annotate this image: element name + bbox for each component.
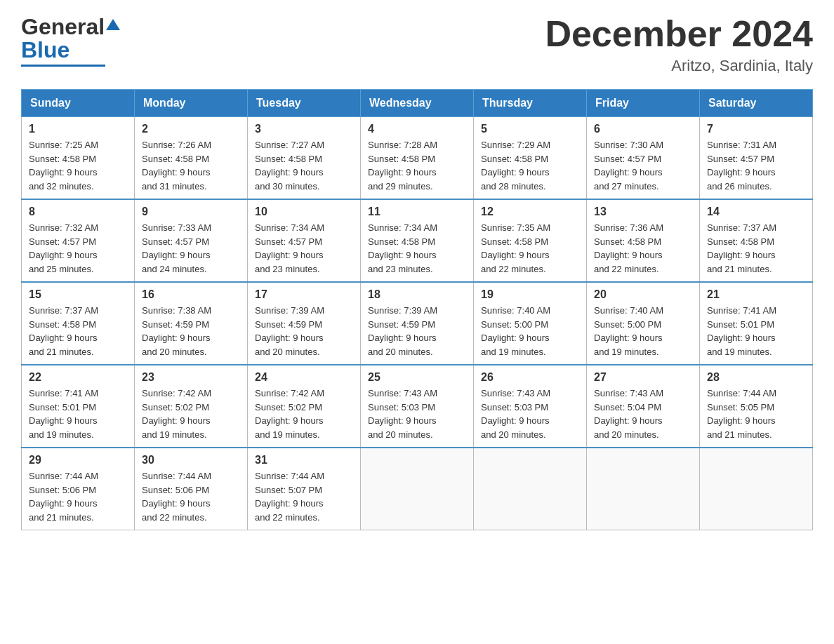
calendar-cell: 16Sunrise: 7:38 AMSunset: 4:59 PMDayligh…: [135, 282, 248, 365]
calendar-cell: 20Sunrise: 7:40 AMSunset: 5:00 PMDayligh…: [587, 282, 700, 365]
day-number: 3: [255, 123, 353, 135]
calendar-week-row: 22Sunrise: 7:41 AMSunset: 5:01 PMDayligh…: [22, 365, 813, 448]
day-info: Sunrise: 7:41 AMSunset: 5:01 PMDaylight:…: [707, 304, 805, 358]
calendar-cell: [361, 448, 474, 530]
day-info: Sunrise: 7:39 AMSunset: 4:59 PMDaylight:…: [368, 304, 466, 358]
calendar-cell: [587, 448, 700, 530]
calendar-cell: 14Sunrise: 7:37 AMSunset: 4:58 PMDayligh…: [700, 199, 813, 282]
calendar-cell: 30Sunrise: 7:44 AMSunset: 5:06 PMDayligh…: [135, 448, 248, 530]
calendar-cell: 6Sunrise: 7:30 AMSunset: 4:57 PMDaylight…: [587, 117, 700, 200]
day-number: 29: [29, 454, 127, 467]
day-info: Sunrise: 7:26 AMSunset: 4:58 PMDaylight:…: [142, 138, 240, 193]
day-info: Sunrise: 7:35 AMSunset: 4:58 PMDaylight:…: [481, 221, 579, 276]
calendar-cell: 26Sunrise: 7:43 AMSunset: 5:03 PMDayligh…: [474, 365, 587, 448]
calendar-cell: 11Sunrise: 7:34 AMSunset: 4:58 PMDayligh…: [361, 199, 474, 282]
calendar-header-friday: Friday: [587, 90, 700, 117]
calendar-cell: 1Sunrise: 7:25 AMSunset: 4:58 PMDaylight…: [22, 117, 135, 200]
calendar-cell: 18Sunrise: 7:39 AMSunset: 4:59 PMDayligh…: [361, 282, 474, 365]
day-number: 30: [142, 454, 240, 467]
day-number: 1: [29, 123, 127, 135]
day-info: Sunrise: 7:44 AMSunset: 5:06 PMDaylight:…: [29, 469, 127, 524]
day-info: Sunrise: 7:38 AMSunset: 4:59 PMDaylight:…: [142, 304, 240, 358]
day-number: 8: [29, 206, 127, 218]
calendar-cell: 7Sunrise: 7:31 AMSunset: 4:57 PMDaylight…: [700, 117, 813, 200]
calendar-header-wednesday: Wednesday: [361, 90, 474, 117]
logo-triangle-icon: [106, 19, 120, 30]
day-number: 23: [142, 371, 240, 384]
calendar-cell: [700, 448, 813, 530]
calendar-cell: 17Sunrise: 7:39 AMSunset: 4:59 PMDayligh…: [248, 282, 361, 365]
day-number: 4: [368, 123, 466, 135]
day-info: Sunrise: 7:42 AMSunset: 5:02 PMDaylight:…: [142, 387, 240, 441]
day-info: Sunrise: 7:28 AMSunset: 4:58 PMDaylight:…: [368, 138, 466, 193]
calendar-cell: 24Sunrise: 7:42 AMSunset: 5:02 PMDayligh…: [248, 365, 361, 448]
calendar-header-row: SundayMondayTuesdayWednesdayThursdayFrid…: [22, 90, 813, 117]
day-number: 26: [481, 371, 579, 384]
day-info: Sunrise: 7:31 AMSunset: 4:57 PMDaylight:…: [707, 138, 805, 193]
day-number: 9: [142, 206, 240, 218]
day-info: Sunrise: 7:37 AMSunset: 4:58 PMDaylight:…: [29, 304, 127, 358]
day-info: Sunrise: 7:40 AMSunset: 5:00 PMDaylight:…: [481, 304, 579, 358]
logo: General Blue: [21, 14, 120, 67]
calendar-cell: 25Sunrise: 7:43 AMSunset: 5:03 PMDayligh…: [361, 365, 474, 448]
day-info: Sunrise: 7:34 AMSunset: 4:57 PMDaylight:…: [255, 221, 353, 276]
day-number: 14: [707, 206, 805, 218]
calendar-header-thursday: Thursday: [474, 90, 587, 117]
day-info: Sunrise: 7:39 AMSunset: 4:59 PMDaylight:…: [255, 304, 353, 358]
day-number: 2: [142, 123, 240, 135]
calendar-cell: 12Sunrise: 7:35 AMSunset: 4:58 PMDayligh…: [474, 199, 587, 282]
calendar-cell: 10Sunrise: 7:34 AMSunset: 4:57 PMDayligh…: [248, 199, 361, 282]
calendar-cell: 2Sunrise: 7:26 AMSunset: 4:58 PMDaylight…: [135, 117, 248, 200]
day-number: 21: [707, 288, 805, 301]
day-number: 22: [29, 371, 127, 384]
calendar-cell: 31Sunrise: 7:44 AMSunset: 5:07 PMDayligh…: [248, 448, 361, 530]
day-number: 31: [255, 454, 353, 467]
calendar-cell: 15Sunrise: 7:37 AMSunset: 4:58 PMDayligh…: [22, 282, 135, 365]
day-number: 10: [255, 206, 353, 218]
calendar-header-tuesday: Tuesday: [248, 90, 361, 117]
calendar-cell: 23Sunrise: 7:42 AMSunset: 5:02 PMDayligh…: [135, 365, 248, 448]
day-number: 27: [594, 371, 692, 384]
title-block: December 2024 Aritzo, Sardinia, Italy: [545, 14, 813, 75]
calendar-cell: [474, 448, 587, 530]
day-info: Sunrise: 7:44 AMSunset: 5:06 PMDaylight:…: [142, 469, 240, 524]
day-number: 11: [368, 206, 466, 218]
day-info: Sunrise: 7:43 AMSunset: 5:04 PMDaylight:…: [594, 387, 692, 441]
calendar-header-sunday: Sunday: [22, 90, 135, 117]
day-info: Sunrise: 7:44 AMSunset: 5:07 PMDaylight:…: [255, 469, 353, 524]
day-number: 20: [594, 288, 692, 301]
calendar-cell: 5Sunrise: 7:29 AMSunset: 4:58 PMDaylight…: [474, 117, 587, 200]
day-info: Sunrise: 7:25 AMSunset: 4:58 PMDaylight:…: [29, 138, 127, 193]
logo-blue-text: Blue: [21, 37, 70, 63]
logo-underline: [21, 65, 105, 67]
calendar-cell: 4Sunrise: 7:28 AMSunset: 4:58 PMDaylight…: [361, 117, 474, 200]
calendar-week-row: 1Sunrise: 7:25 AMSunset: 4:58 PMDaylight…: [22, 117, 813, 200]
calendar-header-monday: Monday: [135, 90, 248, 117]
day-number: 16: [142, 288, 240, 301]
calendar-header-saturday: Saturday: [700, 90, 813, 117]
day-info: Sunrise: 7:30 AMSunset: 4:57 PMDaylight:…: [594, 138, 692, 193]
day-info: Sunrise: 7:43 AMSunset: 5:03 PMDaylight:…: [368, 387, 466, 441]
calendar-cell: 27Sunrise: 7:43 AMSunset: 5:04 PMDayligh…: [587, 365, 700, 448]
day-info: Sunrise: 7:41 AMSunset: 5:01 PMDaylight:…: [29, 387, 127, 441]
day-info: Sunrise: 7:37 AMSunset: 4:58 PMDaylight:…: [707, 221, 805, 276]
day-info: Sunrise: 7:29 AMSunset: 4:58 PMDaylight:…: [481, 138, 579, 193]
page-header: General Blue December 2024 Aritzo, Sardi…: [21, 14, 813, 75]
calendar-week-row: 15Sunrise: 7:37 AMSunset: 4:58 PMDayligh…: [22, 282, 813, 365]
day-number: 12: [481, 206, 579, 218]
day-info: Sunrise: 7:34 AMSunset: 4:58 PMDaylight:…: [368, 221, 466, 276]
day-number: 18: [368, 288, 466, 301]
day-number: 28: [707, 371, 805, 384]
logo-general-text: General: [21, 14, 105, 40]
day-info: Sunrise: 7:43 AMSunset: 5:03 PMDaylight:…: [481, 387, 579, 441]
calendar-cell: 19Sunrise: 7:40 AMSunset: 5:00 PMDayligh…: [474, 282, 587, 365]
main-title: December 2024: [545, 14, 813, 54]
day-info: Sunrise: 7:33 AMSunset: 4:57 PMDaylight:…: [142, 221, 240, 276]
calendar-cell: 22Sunrise: 7:41 AMSunset: 5:01 PMDayligh…: [22, 365, 135, 448]
subtitle: Aritzo, Sardinia, Italy: [545, 57, 813, 75]
calendar-cell: 3Sunrise: 7:27 AMSunset: 4:58 PMDaylight…: [248, 117, 361, 200]
day-info: Sunrise: 7:44 AMSunset: 5:05 PMDaylight:…: [707, 387, 805, 441]
day-info: Sunrise: 7:36 AMSunset: 4:58 PMDaylight:…: [594, 221, 692, 276]
day-number: 25: [368, 371, 466, 384]
day-info: Sunrise: 7:32 AMSunset: 4:57 PMDaylight:…: [29, 221, 127, 276]
